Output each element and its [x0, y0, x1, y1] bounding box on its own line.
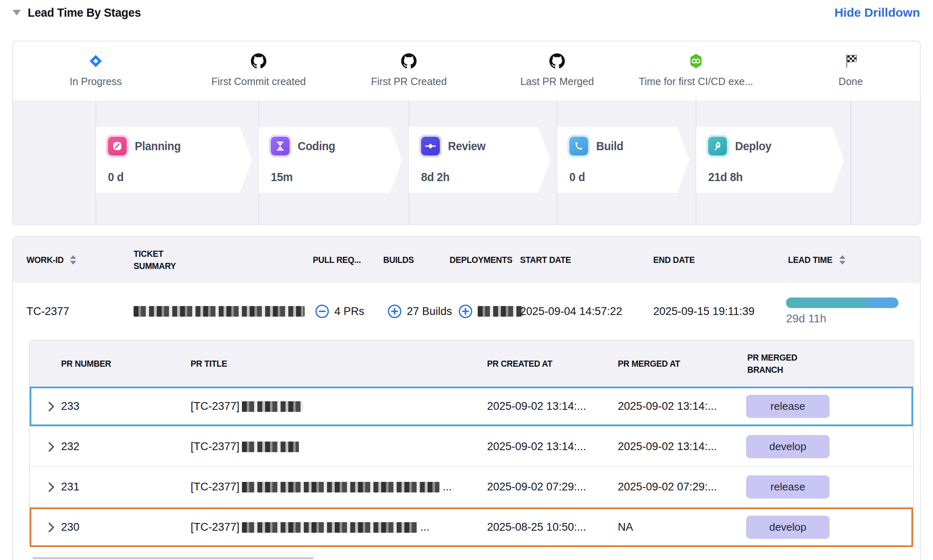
expand-circle-icon[interactable] — [458, 304, 473, 319]
work-table-header: WORK-ID TICKET SUMMARY PULL REQ... BUILD… — [13, 237, 920, 284]
github-icon — [340, 52, 478, 70]
lead-time-cell: 29d 11h — [786, 283, 898, 340]
lead-time-bar-blue-segment — [867, 298, 898, 308]
stage-name: Planning — [135, 140, 181, 153]
stage-duration: 0 d — [569, 171, 665, 184]
row-expand-chevron-icon[interactable] — [48, 508, 55, 547]
stage-duration: 15m — [271, 171, 378, 184]
column-header-pr-number: PR NUMBER — [61, 341, 114, 387]
pr-merged-at: 2025-09-02 13:14:... — [618, 427, 717, 466]
pr-title-suffix: ... — [420, 521, 430, 534]
redacted-text — [478, 306, 523, 317]
pr-drilldown-table: PR NUMBER PR TITLE PR CREATED AT PR MERG… — [29, 340, 914, 545]
branch-badge: release — [746, 395, 830, 418]
column-label: PULL REQ... — [313, 255, 361, 265]
pr-title-prefix: [TC-2377] — [191, 521, 239, 534]
pr-number: 231 — [61, 467, 79, 507]
pr-title-prefix: [TC-2377] — [191, 481, 239, 493]
milestone-label: Time for first CI/CD exe... — [627, 76, 765, 88]
milestone-divider — [850, 101, 851, 224]
pr-created-at: 2025-09-02 07:29:... — [487, 467, 586, 507]
collapse-triangle-icon[interactable] — [12, 9, 21, 16]
milestone-last-pr-merged: Last PR Merged — [488, 52, 626, 88]
stage-name: Deploy — [735, 140, 771, 153]
milestone-done: Done — [782, 52, 920, 88]
pr-row-231[interactable]: 231 [TC-2377] ... 2025-09-02 07:29:... 2… — [30, 466, 913, 507]
stage-card-deploy: Deploy 21d 8h — [696, 127, 844, 193]
branch-badge: release — [746, 475, 830, 499]
sort-icon[interactable] — [839, 255, 845, 265]
redacted-text — [242, 442, 299, 452]
stage-duration: 21d 8h — [708, 171, 819, 184]
pr-title-prefix: [TC-2377] — [191, 400, 239, 413]
column-label: TICKET SUMMARY — [134, 248, 199, 272]
pr-created-at: 2025-09-02 13:14:... — [487, 387, 586, 426]
milestone-label: First Commit created — [189, 76, 328, 88]
stage-card-planning: Planning 0 d — [96, 127, 252, 193]
column-label: PR MERGED BRANCH — [747, 352, 808, 376]
column-header-lead-time[interactable]: LEAD TIME — [788, 237, 845, 283]
milestone-first-pr: First PR Created — [340, 52, 478, 88]
expand-circle-icon[interactable] — [387, 304, 402, 319]
ticket-summary-redacted — [134, 283, 305, 340]
lead-time-bar — [786, 298, 898, 308]
builds-cell[interactable]: 27 Builds — [387, 283, 452, 340]
start-date-value: 2025-09-04 14:57:22 — [520, 283, 622, 340]
row-expand-chevron-icon[interactable] — [48, 427, 55, 466]
column-header-end-date: END DATE — [653, 237, 697, 283]
stage-card-build: Build 0 d — [557, 127, 689, 193]
column-label: LEAD TIME — [788, 255, 832, 265]
milestone-label: In Progress — [26, 76, 165, 88]
milestone-cicd: Time for first CI/CD exe... — [627, 52, 765, 88]
column-header-pr-merged-branch: PR MERGED BRANCH — [747, 341, 812, 387]
pr-title: [TC-2377] ... — [191, 508, 430, 547]
rocket-icon — [708, 137, 727, 155]
lead-time-bar-teal-segment — [786, 298, 867, 308]
stage-name: Coding — [298, 140, 335, 153]
end-date-value: 2025-09-15 19:11:39 — [653, 283, 755, 340]
column-header-pull-requests: PULL REQ... — [313, 237, 364, 283]
collapse-circle-icon[interactable] — [315, 304, 329, 319]
pr-merged-at: NA — [618, 508, 633, 547]
branch-badge: develop — [746, 516, 830, 539]
work-id-value: TC-2377 — [26, 283, 69, 340]
hide-drilldown-link[interactable]: Hide Drilldown — [834, 6, 920, 20]
pr-row-233[interactable]: 233 [TC-2377] 2025-09-02 13:14:... 2025-… — [30, 387, 913, 426]
commit-icon — [421, 137, 440, 155]
pr-row-232[interactable]: 232 [TC-2377] 2025-09-02 13:14:... 2025-… — [30, 426, 913, 466]
deployments-cell[interactable] — [458, 283, 523, 340]
pr-row-230[interactable]: 230 [TC-2377] ... 2025-08-25 10:50:... N… — [30, 507, 913, 547]
pull-requests-cell[interactable]: 4 PRs — [315, 283, 364, 340]
column-header-deployments: DEPLOYMENTS — [450, 237, 516, 283]
cicd-icon — [627, 52, 765, 70]
hourglass-icon — [271, 137, 290, 155]
builds-count: 27 Builds — [407, 305, 452, 318]
column-label: DEPLOYMENTS — [450, 255, 512, 265]
row-expand-chevron-icon[interactable] — [48, 467, 55, 507]
work-items-table: WORK-ID TICKET SUMMARY PULL REQ... BUILD… — [12, 236, 921, 560]
column-label: PR MERGED AT — [618, 359, 680, 369]
planning-icon — [108, 137, 127, 155]
redacted-text — [242, 482, 439, 492]
row-expand-chevron-icon[interactable] — [48, 387, 55, 426]
branch-route-icon — [569, 137, 588, 155]
branch-badge: develop — [746, 435, 830, 458]
pr-table-header: PR NUMBER PR TITLE PR CREATED AT PR MERG… — [30, 341, 913, 387]
jira-status-icon — [26, 52, 165, 70]
sort-icon[interactable] — [70, 255, 76, 265]
work-item-row[interactable]: TC-2377 4 PRs 27 Builds 2025-09-04 14:57… — [13, 283, 920, 340]
column-label: PR TITLE — [191, 359, 227, 369]
lead-time-timeline-panel: In Progress First Commit created First P… — [12, 41, 921, 225]
stage-name: Build — [596, 140, 623, 153]
milestone-label: Last PR Merged — [488, 76, 626, 88]
pr-title: [TC-2377] ... — [191, 467, 452, 507]
github-icon — [189, 52, 328, 70]
pr-title: [TC-2377] — [191, 387, 306, 426]
pr-number: 232 — [61, 427, 79, 466]
section-header: Lead Time By Stages Hide Drilldown — [12, 6, 920, 20]
pr-merged-at: 2025-09-02 07:29:... — [618, 467, 717, 507]
column-header-work-id[interactable]: WORK-ID — [26, 237, 76, 283]
pr-merged-at: 2025-09-02 13:14:... — [618, 387, 717, 426]
column-label: WORK-ID — [26, 255, 64, 265]
column-label: PR NUMBER — [61, 359, 111, 369]
